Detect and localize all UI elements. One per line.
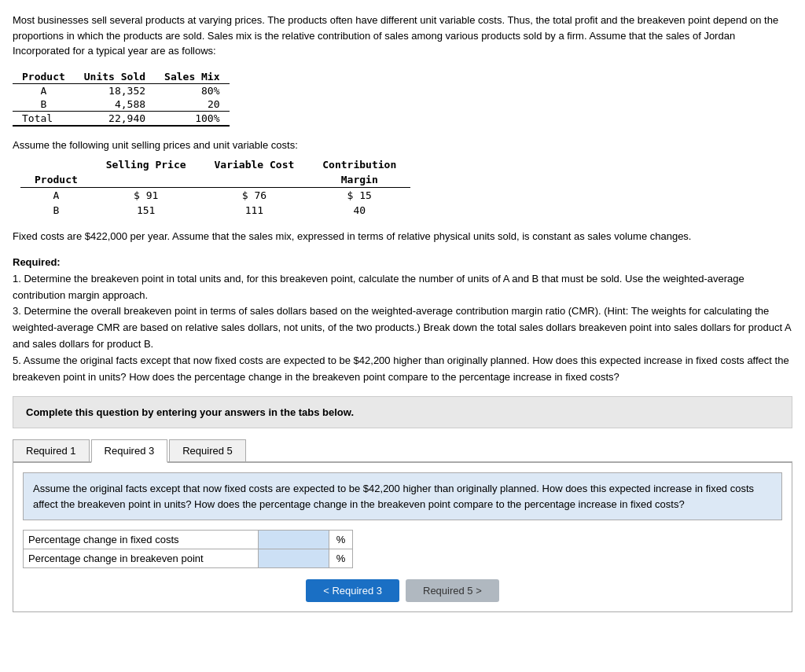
- sales-table-header: Product Units Sold Sales Mix: [13, 70, 230, 84]
- product-b-label: B: [13, 97, 75, 112]
- unit-prices-section: Assume the following unit selling prices…: [13, 139, 792, 218]
- prices-b-selling: 151: [92, 203, 200, 218]
- prices-product-label: Product: [20, 172, 92, 188]
- prices-col-variable: Variable Cost: [200, 157, 309, 172]
- sales-table: Product Units Sold Sales Mix A 18,352 80…: [13, 70, 230, 127]
- prices-margin-label: Margin: [308, 172, 410, 188]
- prices-b-margin: 40: [308, 203, 410, 218]
- tab-required-3[interactable]: Required 3: [91, 439, 168, 463]
- complete-box: Complete this question by entering your …: [13, 396, 792, 428]
- product-b-units: 4,588: [75, 97, 155, 112]
- prices-variable-placeholder: [200, 172, 309, 188]
- fixed-costs-change-input[interactable]: [259, 531, 329, 548]
- breakeven-change-input-cell[interactable]: [259, 549, 329, 568]
- fixed-costs-change-unit: %: [329, 531, 353, 549]
- total-units: 22,940: [75, 111, 155, 126]
- table-row: Percentage change in breakeven point %: [24, 549, 353, 568]
- sales-col-mix: Sales Mix: [155, 70, 229, 84]
- product-b-mix: 20: [155, 97, 229, 112]
- prices-subheader-row: Product Margin: [20, 172, 410, 188]
- total-label: Total: [13, 111, 75, 126]
- next-button[interactable]: Required 5 >: [406, 579, 499, 602]
- prices-a-selling: $ 91: [92, 187, 200, 203]
- required-section: Required: 1. Determine the breakeven poi…: [13, 255, 792, 385]
- input-table: Percentage change in fixed costs % Perce…: [23, 530, 353, 568]
- tab-content-required-5: Assume the original facts except that no…: [13, 463, 792, 612]
- complete-box-text: Complete this question by entering your …: [26, 406, 354, 418]
- table-row: A $ 91 $ 76 $ 15: [20, 187, 410, 203]
- fixed-costs-change-label: Percentage change in fixed costs: [24, 531, 259, 549]
- prices-b-variable: 111: [200, 203, 309, 218]
- table-row: B 151 111 40: [20, 203, 410, 218]
- nav-buttons: < Required 3 Required 5 >: [23, 579, 782, 602]
- table-row: B 4,588 20: [13, 97, 230, 112]
- prices-a-margin: $ 15: [308, 187, 410, 203]
- table-row: A 18,352 80%: [13, 83, 230, 97]
- sales-col-product: Product: [13, 70, 75, 84]
- prices-col-selling: Selling Price: [92, 157, 200, 172]
- table-row-total: Total 22,940 100%: [13, 111, 230, 126]
- total-mix: 100%: [155, 111, 229, 126]
- breakeven-change-unit: %: [329, 549, 353, 568]
- product-a-units: 18,352: [75, 83, 155, 97]
- prices-b-product: B: [20, 203, 92, 218]
- fixed-costs-text: Fixed costs are $422,000 per year. Assum…: [13, 229, 792, 244]
- intro-paragraph: Most businesses sell several products at…: [13, 13, 792, 59]
- prices-selling-placeholder: [92, 172, 200, 188]
- prices-col-product: [20, 157, 92, 172]
- fixed-costs-change-input-cell[interactable]: [259, 531, 329, 549]
- tab-description-text: Assume the original facts except that no…: [33, 483, 754, 510]
- tab-required-1[interactable]: Required 1: [13, 439, 90, 461]
- unit-prices-intro: Assume the following unit selling prices…: [13, 139, 792, 151]
- prices-header-row: Selling Price Variable Cost Contribution: [20, 157, 410, 172]
- product-a-label: A: [13, 83, 75, 97]
- product-a-mix: 80%: [155, 83, 229, 97]
- prev-button[interactable]: < Required 3: [306, 579, 399, 602]
- tab-required-5[interactable]: Required 5: [169, 439, 246, 461]
- prices-a-variable: $ 76: [200, 187, 309, 203]
- breakeven-change-input[interactable]: [259, 550, 329, 567]
- sales-col-units: Units Sold: [75, 70, 155, 84]
- prices-col-contribution-line1: Contribution: [308, 157, 410, 172]
- required-item-1: 1. Determine the breakeven point in tota…: [13, 271, 792, 304]
- prices-a-product: A: [20, 187, 92, 203]
- required-label: Required:: [13, 255, 792, 271]
- tabs-row[interactable]: Required 1 Required 3 Required 5: [13, 439, 792, 463]
- table-row: Percentage change in fixed costs %: [24, 531, 353, 549]
- tab-description: Assume the original facts except that no…: [23, 472, 782, 520]
- required-item-5: 5. Assume the original facts except that…: [13, 353, 792, 386]
- prices-table: Selling Price Variable Cost Contribution…: [20, 157, 410, 218]
- breakeven-change-label: Percentage change in breakeven point: [24, 549, 259, 568]
- required-item-3: 3. Determine the overall breakeven point…: [13, 303, 792, 352]
